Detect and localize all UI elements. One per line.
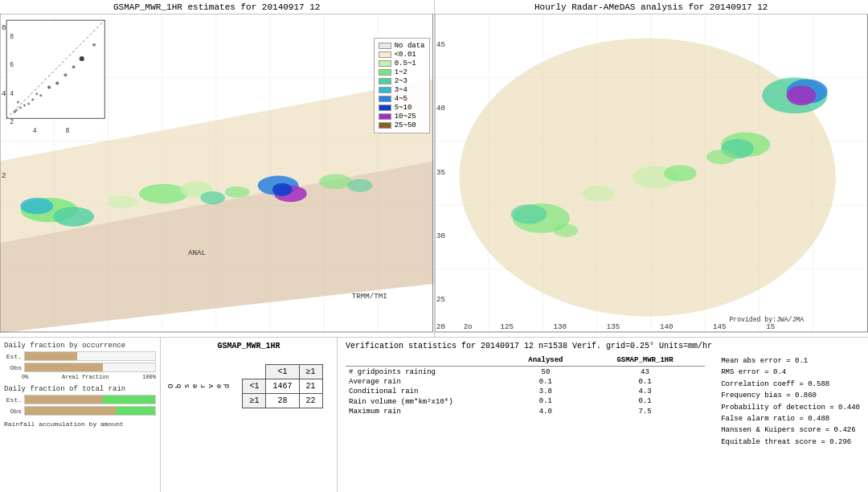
contingency-row-lt1: <1 1467 21 xyxy=(243,379,322,393)
svg-text:8: 8 xyxy=(2,23,6,32)
contingency-cell-21: 28 xyxy=(266,393,299,408)
svg-point-71 xyxy=(786,86,816,105)
stat-false-alarm-ratio: False alarm ratio = 0.488 xyxy=(721,413,860,424)
svg-text:4: 4 xyxy=(10,90,14,97)
stat-equitable-threat: Equitable threat score = 0.296 xyxy=(721,437,860,448)
contingency-col-lt1: <1 xyxy=(266,364,299,379)
verif-content: Analysed GSMAP_MWR_1HR # gridpoints rain… xyxy=(346,355,860,448)
svg-text:2: 2 xyxy=(2,171,6,180)
left-map-svg: 2 4 6 8 4 8 8 4 2 ANAL TRMM/TMI xyxy=(0,14,434,333)
stat-probability-detection: Probability of detection = 0.440 xyxy=(721,402,860,413)
svg-point-26 xyxy=(348,179,373,192)
obs-rain-row: Obs xyxy=(4,406,156,416)
svg-point-32 xyxy=(27,102,30,105)
svg-point-23 xyxy=(108,195,137,208)
svg-point-77 xyxy=(664,165,697,181)
svg-point-31 xyxy=(23,104,26,106)
verif-label-0: # gridpoints raining xyxy=(346,367,506,377)
est-occurrence-fill xyxy=(25,352,77,360)
stat-correlation-coeff: Correlation coeff = 0.588 xyxy=(721,379,860,390)
obs-label-rain: Obs xyxy=(4,408,22,415)
axis-end: 100% xyxy=(142,374,156,380)
est-occurrence-row: Est. xyxy=(4,351,156,361)
svg-text:40: 40 xyxy=(436,104,445,113)
legend-color-10 xyxy=(379,113,391,120)
verif-val1-1: 0.1 xyxy=(506,377,585,387)
verif-row-2: Conditional rain 3.8 4.3 xyxy=(346,387,705,396)
verif-label-2: Conditional rain xyxy=(346,387,506,396)
obs-label-occurrence: Obs xyxy=(4,364,22,371)
verif-val1-3: 0.1 xyxy=(506,396,585,407)
contingency-row-ge1: ≥1 28 22 xyxy=(243,393,322,408)
svg-point-40 xyxy=(63,73,67,76)
svg-point-37 xyxy=(35,92,38,95)
verif-label-4: Maximum rain xyxy=(346,407,506,416)
main-container: GSMAP_MWR_1HR estimates for 20140917 12 xyxy=(0,0,868,492)
stat-frequency-bias: Frequency bias = 0.860 xyxy=(721,390,860,401)
est-rain-row: Est. xyxy=(4,395,156,404)
legend-item-1: 1~2 xyxy=(379,68,425,76)
right-map-canvas: 45 40 35 30 25 20 125 130 135 140 145 15… xyxy=(435,14,869,333)
legend-color-05 xyxy=(379,60,391,67)
legend-label-nodata: No data xyxy=(395,42,425,50)
axis-mid: Areal fraction xyxy=(62,374,109,380)
verif-val2-4: 7.5 xyxy=(585,407,705,416)
svg-point-80 xyxy=(553,224,578,237)
legend-color-4 xyxy=(379,96,391,102)
svg-point-17 xyxy=(139,184,188,203)
svg-text:8: 8 xyxy=(65,127,69,134)
svg-text:ANAL: ANAL xyxy=(188,248,206,257)
contingency-row-label-lt1: <1 xyxy=(243,379,266,393)
svg-text:8: 8 xyxy=(10,33,14,40)
svg-point-38 xyxy=(47,86,51,89)
contingency-title: GSMAP_MWR_1HR xyxy=(167,342,330,351)
svg-text:45: 45 xyxy=(436,40,445,49)
obs-rain-fill xyxy=(25,407,155,415)
verif-row-4: Maximum rain 4.0 7.5 xyxy=(346,407,705,416)
stat-mean-abs-error: Mean abs error = 0.1 xyxy=(721,355,860,367)
verif-row-3: Rain volume (mm*km²x10⁴) 0.1 0.1 xyxy=(346,396,705,407)
bottom-left-panel: Daily fraction by occurrence Est. Obs 0%… xyxy=(0,338,161,492)
observed-label: O b s e r v e d xyxy=(167,354,231,418)
verif-header-empty xyxy=(346,355,506,365)
contingency-header-row: <1 ≥1 xyxy=(243,364,322,379)
rainfall-label: Rainfall accumulation by amount xyxy=(4,420,156,428)
verif-header-analysed: Analysed xyxy=(506,355,585,365)
svg-text:20: 20 xyxy=(436,322,445,331)
est-occurrence-bar xyxy=(24,351,156,361)
svg-point-35 xyxy=(14,111,16,113)
legend-label-1: 1~2 xyxy=(395,68,407,76)
svg-point-34 xyxy=(31,98,34,100)
svg-text:Provided by:JWA/JMA: Provided by:JWA/JMA xyxy=(729,316,804,323)
verif-row-1: Average rain 0.1 0.1 xyxy=(346,377,705,387)
legend-color-2 xyxy=(379,78,391,84)
svg-text:35: 35 xyxy=(436,168,445,177)
obs-occurrence-fill xyxy=(25,363,103,371)
verif-label-1: Average rain xyxy=(346,377,506,387)
svg-point-30 xyxy=(19,107,22,109)
contingency-empty-cell xyxy=(243,364,266,379)
legend-item-4: 4~5 xyxy=(379,95,425,103)
legend-item-3: 3~4 xyxy=(379,86,425,94)
svg-point-16 xyxy=(20,198,53,214)
est-rain-bar xyxy=(24,395,156,404)
verif-header-gsmap: GSMAP_MWR_1HR xyxy=(585,355,705,365)
legend-color-25 xyxy=(379,122,391,129)
legend-label-25: 25~50 xyxy=(395,121,416,129)
legend-color-001 xyxy=(379,51,391,58)
svg-text:2: 2 xyxy=(10,118,14,125)
svg-text:2o: 2o xyxy=(463,322,472,331)
svg-point-41 xyxy=(72,65,76,68)
svg-text:4: 4 xyxy=(33,127,37,134)
contingency-cell-11: 1467 xyxy=(266,379,299,393)
legend: No data <0.01 0.5~1 1~2 xyxy=(374,38,430,133)
verif-val2-0: 43 xyxy=(585,367,705,377)
legend-item-10: 10~25 xyxy=(379,113,425,121)
legend-item-05: 0.5~1 xyxy=(379,59,425,68)
verif-table-header: Analysed GSMAP_MWR_1HR xyxy=(346,355,705,365)
contingency-cell-22: 22 xyxy=(299,393,322,408)
contingency-row-label-ge1: ≥1 xyxy=(243,393,266,408)
contingency-table: <1 ≥1 <1 1467 21 ≥1 28 22 xyxy=(242,364,322,408)
svg-point-78 xyxy=(582,186,615,202)
top-section: GSMAP_MWR_1HR estimates for 20140917 12 xyxy=(0,0,868,338)
